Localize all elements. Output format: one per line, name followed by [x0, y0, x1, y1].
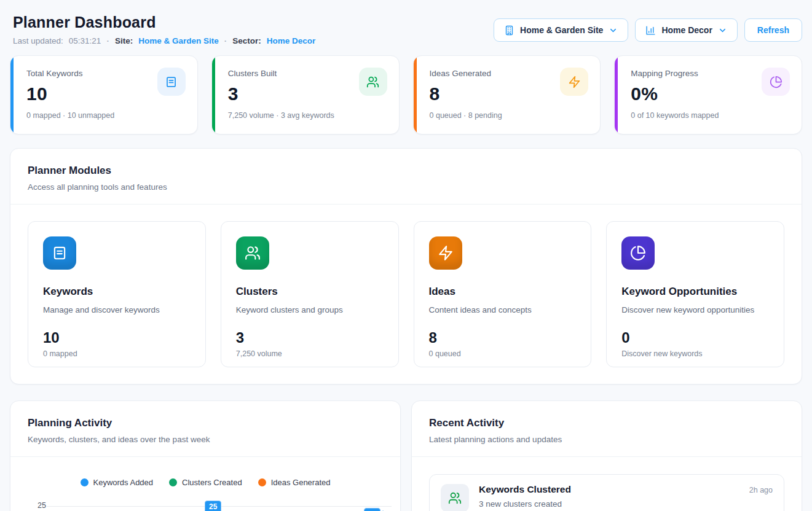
file-text-icon: [157, 68, 186, 96]
module-stat-label: 0 mapped: [43, 349, 191, 358]
chevron-down-icon: [609, 26, 618, 35]
module-card-keyword-opportunities[interactable]: Keyword Opportunities Discover new keywo…: [606, 221, 784, 367]
module-stat: 8: [429, 329, 577, 346]
site-link[interactable]: Home & Garden Site: [138, 36, 219, 45]
module-card-clusters[interactable]: Clusters Keyword clusters and groups 3 7…: [221, 221, 399, 367]
module-description: Content ideas and concepts: [429, 305, 577, 314]
zap-icon: [560, 68, 588, 96]
planning-activity-subtitle: Keywords, clusters, and ideas over the p…: [28, 435, 383, 444]
refresh-button[interactable]: Refresh: [744, 18, 802, 42]
last-updated-time: 05:31:21: [69, 36, 101, 45]
bar-chart-icon: [645, 25, 656, 36]
module-stat-label: 7,250 volume: [236, 349, 384, 358]
module-description: Keyword clusters and groups: [236, 305, 384, 314]
stat-subtitle: 0 of 10 keywords mapped: [631, 111, 788, 120]
activity-timestamp: 2h ago: [749, 486, 773, 494]
recent-activity-panel: Recent Activity Latest planning actions …: [411, 400, 802, 511]
users-icon: [441, 484, 469, 511]
module-stat: 0: [621, 329, 769, 346]
divider: [10, 456, 400, 457]
stat-card-clusters-built: Clusters Built 3 7,250 volume · 3 avg ke…: [211, 55, 400, 135]
legend-dot: [258, 478, 266, 486]
pie-chart-icon: [762, 68, 790, 96]
bottom-row: Planning Activity Keywords, clusters, an…: [10, 400, 802, 511]
legend-dot: [81, 478, 89, 486]
module-card-keywords[interactable]: Keywords Manage and discover keywords 10…: [28, 221, 206, 367]
activity-item-keywords-clustered: Keywords Clustered 2h ago 3 new clusters…: [429, 474, 784, 511]
module-title: Keywords: [43, 286, 191, 298]
users-icon: [236, 236, 269, 270]
recent-activity-header: Recent Activity Latest planning actions …: [412, 401, 802, 456]
site-label: Site:: [115, 36, 133, 45]
sector-selector-label: Home Decor: [661, 25, 712, 35]
module-stat-label: Discover new keywords: [621, 349, 769, 358]
planner-dashboard-page: Planner Dashboard Last updated: 05:31:21…: [0, 0, 812, 511]
module-title: Clusters: [236, 286, 384, 298]
recent-activity-title: Recent Activity: [429, 417, 784, 429]
stat-card-total-keywords: Total Keywords 10 0 mapped · 10 unmapped: [10, 55, 198, 135]
chevron-down-icon: [718, 26, 727, 35]
module-stat-label: 0 queued: [429, 349, 577, 358]
activity-list: Keywords Clustered 2h ago 3 new clusters…: [412, 457, 802, 511]
stat-card-mapping-progress: Mapping Progress 0% 0 of 10 keywords map…: [614, 55, 802, 135]
sector-label: Sector:: [232, 36, 261, 45]
legend-dot: [169, 478, 177, 486]
meta-separator: ·: [224, 36, 227, 45]
stat-subtitle: 0 mapped · 10 unmapped: [26, 111, 184, 120]
activity-area-chart: 25 25 24: [10, 493, 400, 511]
file-text-icon: [43, 236, 76, 270]
stat-accent-bar: [10, 56, 14, 134]
legend-label: Clusters Created: [182, 478, 242, 487]
activity-description: 3 new clusters created: [479, 499, 773, 509]
chart-legend: Keywords Added Clusters Created Ideas Ge…: [10, 478, 400, 487]
zap-icon: [429, 236, 462, 270]
planner-modules-panel: Planner Modules Access all planning tool…: [10, 148, 802, 384]
planning-activity-title: Planning Activity: [28, 417, 383, 429]
planning-activity-header: Planning Activity Keywords, clusters, an…: [10, 401, 400, 456]
stats-row: Total Keywords 10 0 mapped · 10 unmapped…: [10, 55, 802, 135]
stat-subtitle: 0 queued · 8 pending: [430, 111, 587, 120]
module-description: Discover new keyword opportunities: [621, 305, 769, 314]
module-stat: 10: [43, 329, 191, 346]
planning-activity-panel: Planning Activity Keywords, clusters, an…: [10, 400, 401, 511]
site-selector-label: Home & Garden Site: [520, 25, 603, 35]
pie-chart-icon: [621, 236, 655, 270]
meta-separator: ·: [106, 36, 109, 45]
site-selector-dropdown[interactable]: Home & Garden Site: [494, 18, 628, 42]
legend-item-keywords-added: Keywords Added: [81, 478, 154, 487]
building-icon: [504, 25, 514, 36]
stat-accent-bar: [414, 56, 417, 134]
stat-accent-bar: [615, 56, 618, 134]
last-updated-label: Last updated:: [13, 36, 63, 45]
data-point-label: 25: [205, 501, 221, 511]
module-stat: 3: [236, 329, 384, 346]
module-description: Manage and discover keywords: [43, 305, 191, 314]
sector-link[interactable]: Home Decor: [267, 36, 316, 45]
legend-label: Keywords Added: [93, 478, 154, 487]
activity-title: Keywords Clustered: [479, 484, 571, 495]
module-title: Ideas: [429, 286, 577, 298]
module-title: Keyword Opportunities: [621, 286, 769, 298]
modules-subtitle: Access all planning tools and features: [28, 182, 784, 192]
sector-selector-dropdown[interactable]: Home Decor: [635, 18, 737, 42]
stat-card-ideas-generated: Ideas Generated 8 0 queued · 8 pending: [413, 55, 601, 135]
module-card-ideas[interactable]: Ideas Content ideas and concepts 8 0 que…: [414, 221, 592, 367]
stat-accent-bar: [212, 56, 215, 134]
modules-panel-header: Planner Modules Access all planning tool…: [10, 149, 802, 204]
users-icon: [359, 68, 387, 96]
legend-item-clusters-created: Clusters Created: [169, 478, 242, 487]
modules-title: Planner Modules: [28, 165, 784, 177]
legend-label: Ideas Generated: [271, 478, 331, 487]
activity-text: Keywords Clustered 2h ago 3 new clusters…: [479, 484, 773, 511]
data-point-label: 24: [364, 508, 380, 511]
legend-item-ideas-generated: Ideas Generated: [258, 478, 331, 487]
stat-subtitle: 7,250 volume · 3 avg keywords: [228, 111, 385, 120]
header-actions: Home & Garden Site Home Decor Refresh: [494, 18, 802, 42]
modules-grid: Keywords Manage and discover keywords 10…: [10, 205, 802, 384]
recent-activity-subtitle: Latest planning actions and updates: [429, 435, 784, 444]
